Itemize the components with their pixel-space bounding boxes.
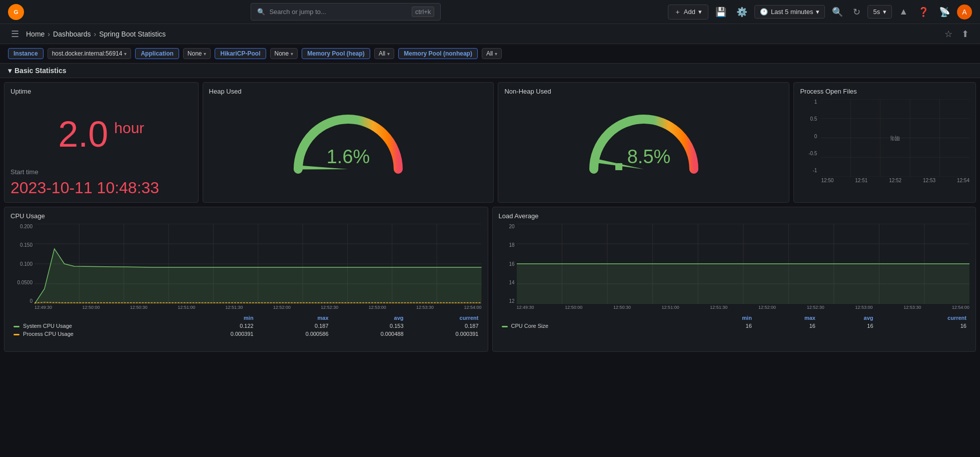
x-label-1250: 12:50	[821, 178, 833, 183]
breadcrumb-sep2: ›	[94, 30, 97, 38]
time-range-label: Last 5 minutes	[771, 8, 813, 16]
legend-system-label: System CPU Usage	[11, 322, 182, 330]
nav-right: ＋ Add ▾ 💾 ⚙️ 🕐 Last 5 minutes ▾ 🔍 ↻ 5s ▾…	[668, 5, 972, 20]
refresh-rate[interactable]: 5s ▾	[867, 5, 892, 19]
process-cpu-dot	[14, 334, 20, 335]
section-title: Basic Statistics	[15, 67, 67, 75]
load-header-min: min	[696, 314, 755, 322]
avatar[interactable]: A	[957, 5, 972, 20]
chevron-down-icon7: ▾	[387, 51, 390, 57]
x-label-1253: 12:53	[923, 178, 935, 183]
legend-header-min: min	[182, 314, 257, 322]
hikaripool-select[interactable]: None ▾	[270, 48, 298, 59]
add-label: Add	[684, 8, 695, 16]
svg-text:8.5%: 8.5%	[627, 146, 671, 167]
load-y-3: 16	[509, 261, 514, 267]
hikaripool-value: None	[275, 50, 289, 57]
search-bar[interactable]: 🔍 Search or jump to... ctrl+k	[251, 3, 441, 21]
load-avg-panel: Load Average 20 18 16 14 12	[492, 207, 976, 352]
instance-select[interactable]: host.docker.internal:56914 ▾	[48, 48, 132, 59]
home-link[interactable]: Home	[26, 30, 45, 38]
y-label-05: 0.5	[810, 116, 817, 122]
settings-button[interactable]: ⚙️	[733, 5, 750, 20]
help-button[interactable]: ❓	[915, 5, 932, 20]
chevron-down-icon2: ▾	[816, 8, 819, 16]
dashboard-header: ☰ Home › Dashboards › Spring Boot Statis…	[0, 24, 980, 44]
open-files-chart: No data	[821, 99, 969, 177]
nonheap-title: Non-Heap Used	[504, 88, 783, 95]
svg-rect-5	[615, 163, 622, 170]
collapse-button[interactable]: ▲	[896, 5, 911, 19]
time-range-picker[interactable]: 🕐 Last 5 minutes ▾	[754, 5, 825, 19]
notifications-button[interactable]: 📡	[936, 5, 953, 20]
legend-system-current: 0.187	[407, 322, 482, 330]
load-header-avg: avg	[818, 314, 876, 322]
svg-text:No data: No data	[891, 134, 900, 142]
legend-process-label: Process CPU Usage	[11, 330, 182, 338]
application-value: None	[188, 50, 202, 57]
load-avg-title: Load Average	[499, 212, 970, 220]
heap-gauge-svg: 1.6%	[283, 99, 413, 182]
menu-button[interactable]: ☰	[8, 27, 22, 42]
chevron-down-icon4: ▾	[124, 51, 127, 57]
legend-process-max: 0.000586	[257, 330, 332, 338]
legend-process-avg: 0.000488	[332, 330, 407, 338]
cpu-y-1: 0.200	[20, 224, 33, 229]
open-files-panel: Process Open Files 1 0.5 0 -0.5 -1	[793, 82, 976, 203]
load-x-7: 12:52:30	[807, 305, 824, 310]
top-nav: G 🔍 Search or jump to... ctrl+k ＋ Add ▾ …	[0, 0, 980, 24]
cpu-x-10: 12:54:00	[464, 305, 481, 310]
share-button[interactable]: ⬆	[958, 27, 972, 42]
search-icon: 🔍	[257, 8, 265, 16]
dashboard-title: Spring Boot Statistics	[99, 30, 166, 38]
uptime-unit: hour	[114, 120, 144, 137]
panels-row-2: CPU Usage 0.200 0.150 0.100 0.0500 0	[0, 203, 980, 352]
system-cpu-dot	[14, 326, 20, 327]
add-button[interactable]: ＋ Add ▾	[668, 5, 708, 20]
y-label-0: 0	[814, 134, 817, 139]
load-core-avg: 16	[818, 322, 876, 330]
chevron-down-icon: ▾	[698, 8, 702, 16]
load-x-10: 12:54:00	[952, 305, 969, 310]
legend-row-system: System CPU Usage 0.122 0.187 0.153 0.187	[11, 322, 482, 330]
mem-nonheap-label: Memory Pool (nonheap)	[398, 48, 478, 59]
load-y-2: 18	[509, 242, 514, 248]
legend-cpu-core-label: CPU Core Size	[499, 322, 696, 330]
save-button[interactable]: 💾	[712, 5, 729, 20]
mem-nonheap-select[interactable]: All ▾	[482, 48, 502, 59]
cpu-panel: CPU Usage 0.200 0.150 0.100 0.0500 0	[4, 207, 488, 352]
cpu-x-9: 12:53:30	[416, 305, 434, 310]
load-x-1: 12:49:30	[517, 305, 534, 310]
dashboards-link[interactable]: Dashboards	[53, 30, 91, 38]
load-legend-table: min max avg current CPU Core Size 16 16 …	[499, 314, 970, 330]
load-core-min: 16	[696, 322, 755, 330]
chevron-down-icon6: ▾	[291, 51, 293, 57]
load-x-8: 12:53:00	[855, 305, 872, 310]
cpu-chart-svg	[35, 224, 482, 304]
legend-header-avg: avg	[332, 314, 407, 322]
zoom-out-button[interactable]: 🔍	[829, 5, 846, 20]
load-chart-svg	[517, 224, 970, 304]
cpu-x-8: 12:53:00	[369, 305, 386, 310]
uptime-title: Uptime	[11, 88, 192, 95]
plus-icon: ＋	[674, 8, 681, 17]
mem-heap-select[interactable]: All ▾	[374, 48, 394, 59]
load-header-max: max	[755, 314, 818, 322]
cpu-x-2: 12:50:00	[82, 305, 100, 310]
mem-nonheap-value: All	[486, 50, 493, 57]
clock-icon: 🕐	[760, 8, 768, 16]
x-label-1251: 12:51	[855, 178, 867, 183]
application-label: Application	[135, 48, 179, 59]
legend-header-name	[11, 314, 182, 322]
cpu-y-5: 0	[30, 298, 33, 304]
svg-text:1.6%: 1.6%	[327, 146, 370, 167]
mem-heap-label: Memory Pool (heap)	[302, 48, 370, 59]
refresh-button[interactable]: ↻	[850, 5, 863, 20]
search-shortcut: ctrl+k	[412, 7, 434, 17]
section-header[interactable]: ▾ Basic Statistics	[0, 64, 980, 78]
load-header-current: current	[876, 314, 969, 322]
star-button[interactable]: ☆	[941, 27, 955, 42]
application-select[interactable]: None ▾	[183, 48, 211, 59]
heap-panel: Heap Used 1.	[203, 82, 494, 203]
cpu-x-6: 12:52:00	[273, 305, 291, 310]
